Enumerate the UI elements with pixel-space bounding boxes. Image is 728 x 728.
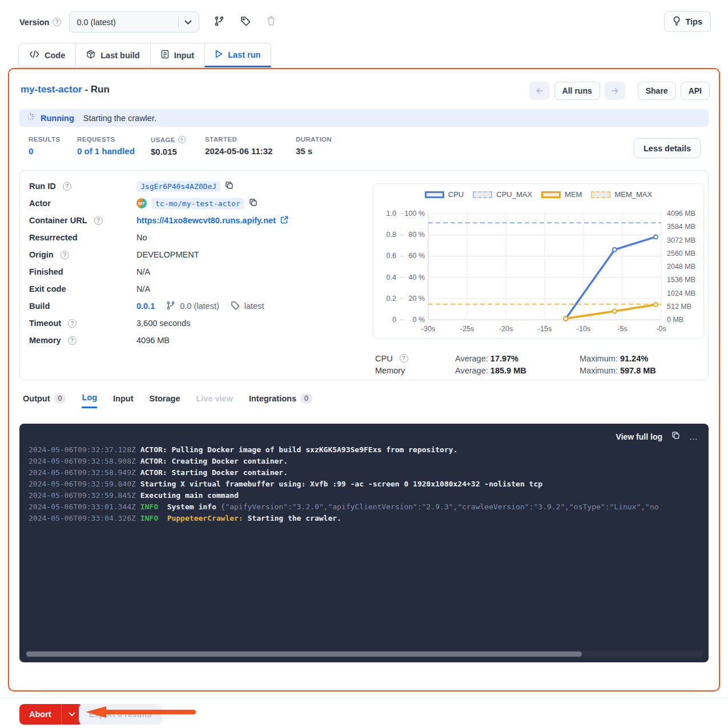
tips-label: Tips [685,17,702,26]
detail-rows: Run IDJsgEr6P40s4AZ0DeJActorMTtc-mo/my-t… [29,178,349,349]
stats-row: RESULTS0REQUESTS0 of 1 handledUSAGE$0.01… [29,136,347,156]
svg-text:2048 MB: 2048 MB [667,263,695,271]
integrations-count-badge: 0 [300,393,312,404]
svg-text:2560 MB: 2560 MB [667,250,695,258]
container-url-link[interactable]: https://41xo8ewcvt80.runs.apify.net [136,216,276,225]
legend-item-mem: MEM [541,190,582,199]
legend-swatch [473,191,492,198]
detail-row-container-url: Container URLhttps://41xo8ewcvt80.runs.a… [29,212,349,229]
stat-value[interactable]: 0 of 1 handled [77,146,151,156]
next-run-button[interactable] [605,82,625,100]
detail-row-finished: FinishedN/A [29,263,349,280]
copy-icon[interactable] [225,181,234,191]
detail-value-text: 3,600 seconds [136,319,190,328]
chevron-down-icon [69,712,75,717]
arrow-left-icon [535,86,544,95]
copy-icon[interactable] [249,198,258,208]
tag-icon [231,301,240,312]
svg-text:-10s: -10s [577,325,590,333]
usage-row-memory: MemoryAverage: 185.9 MBMaximum: 597.8 MB [375,364,656,376]
detail-row-exit-code: Exit codeN/A [29,280,349,297]
tab-run-input[interactable]: Input [113,394,133,408]
api-button[interactable]: API [681,82,710,100]
svg-text:3072 MB: 3072 MB [667,236,695,244]
legend-item-mem_max: MEM_MAX [591,190,652,199]
build-number-link[interactable]: 0.0.1 [136,301,155,311]
svg-text:0: 0 [392,316,396,324]
help-icon [94,216,103,225]
copy-icon[interactable] [671,431,680,442]
less-details-button[interactable]: Less details [634,138,701,158]
footer-divider [0,698,728,698]
prev-run-button[interactable] [529,82,550,100]
log-panel: View full log 2024-05-06T09:32:37.128Z A… [19,424,709,662]
tab-input[interactable]: Input [150,43,205,67]
version-select[interactable]: 0.0 (latest) [69,11,199,33]
svg-text:1024 MB: 1024 MB [667,289,695,297]
view-full-log-button[interactable]: View full log [616,432,662,441]
help-icon [53,18,61,26]
tab-code-label: Code [45,51,65,60]
actor-badge[interactable]: tc-mo/my-test-actor [151,198,244,209]
trash-icon[interactable] [267,16,276,28]
tab-last-run[interactable]: Last run [204,43,271,67]
abort-button-group: Abort [19,704,83,725]
legend-swatch [425,191,444,198]
tab-code[interactable]: Code [18,43,76,67]
actor-name-link[interactable]: my-test-actor [21,84,82,95]
usage-row-cpu: CPUAverage: 17.97%Maximum: 91.24% [375,352,656,364]
chevron-down-icon [184,18,192,27]
scrollbar-thumb[interactable] [26,651,582,657]
tab-last-run-label: Last run [228,50,260,59]
share-button[interactable]: Share [638,82,676,100]
stat-value: 35 s [296,146,347,156]
log-line: 2024-05-06T09:32:58.949Z ACTOR: Starting… [29,467,709,478]
svg-text:0.6: 0.6 [387,252,396,260]
log-line: 2024-05-06T09:32:37.128Z ACTOR: Pulling … [29,444,709,456]
arrow-right-icon [610,86,620,95]
all-runs-button[interactable]: All runs [554,82,600,100]
legend-item-cpu_max: CPU_MAX [473,190,532,199]
play-icon [215,50,223,60]
tab-last-build-label: Last build [100,51,139,60]
svg-text:1536 MB: 1536 MB [667,276,695,284]
detail-row-resurrected: ResurrectedNo [29,229,349,246]
svg-text:100 %: 100 % [405,210,425,218]
tab-live-view[interactable]: Live view [196,394,232,408]
stat-usage: USAGE$0.015 [151,136,205,156]
tab-integrations[interactable]: Integrations0 [249,393,312,408]
tag-icon[interactable] [240,16,251,29]
svg-text:20 %: 20 % [409,295,425,303]
help-icon [63,182,71,191]
stat-duration: DURATION35 s [296,136,347,156]
external-link-icon [280,216,288,226]
help-icon [178,136,186,143]
detail-value-text: N/A [136,284,150,293]
tab-input-label: Input [174,51,194,60]
usage-summary: CPUAverage: 17.97%Maximum: 91.24%MemoryA… [375,352,656,376]
tab-output[interactable]: Output0 [23,393,66,408]
tips-button[interactable]: Tips [664,11,711,32]
chart-plot: 1.00.80.60.40.20100 %80 %60 %40 %20 %0 %… [373,184,705,339]
log-horizontal-scrollbar[interactable] [25,650,703,658]
detail-row-memory: Memory4096 MB [29,332,349,349]
tab-last-build[interactable]: Last build [75,43,150,67]
stat-results: RESULTS0 [29,136,77,156]
avatar: MT [136,198,147,208]
detail-row-origin: OriginDEVELOPMENT [29,246,349,263]
status-badge: Running [41,114,74,123]
legend-item-cpu: CPU [425,190,464,199]
tab-log[interactable]: Log [82,393,97,408]
more-menu-icon[interactable] [689,432,698,442]
tab-storage[interactable]: Storage [149,394,180,408]
svg-text:-30s: -30s [421,325,435,333]
stat-value[interactable]: 0 [29,146,77,156]
status-message: Starting the crawler. [83,114,156,123]
page-title: my-test-actor - Run [21,84,110,95]
svg-text:-15s: -15s [538,325,552,333]
package-icon [86,50,95,61]
help-icon [68,336,77,345]
branch-icon[interactable] [214,16,224,29]
abort-button[interactable]: Abort [19,704,62,725]
svg-text:1.0: 1.0 [387,210,396,218]
